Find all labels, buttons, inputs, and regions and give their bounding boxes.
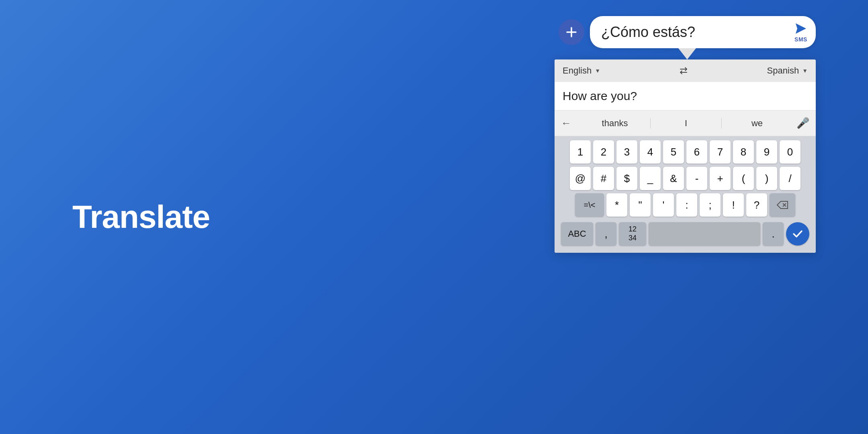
source-language-chevron: ▼ (595, 68, 600, 74)
suggestion-items: thanks I we (579, 118, 792, 129)
key-3[interactable]: 3 (616, 140, 637, 164)
language-bar: English ▼ ⇄ Spanish ▼ (555, 59, 816, 82)
send-icon (794, 22, 808, 35)
translator-panel: English ▼ ⇄ Spanish ▼ How are you? ← tha… (555, 59, 816, 253)
back-arrow-button[interactable]: ← (561, 117, 571, 129)
key-hash[interactable]: # (593, 167, 614, 190)
key-1[interactable]: 1 (570, 140, 591, 164)
sms-send-button[interactable]: SMS (794, 22, 808, 43)
keyboard: 1 2 3 4 5 6 7 8 9 0 @ # $ _ & - + ( (555, 136, 816, 253)
key-1234-label: 1234 (628, 225, 637, 242)
checkmark-icon (792, 228, 803, 240)
translation-input[interactable]: How are you? (555, 82, 816, 111)
key-exclamation[interactable]: ! (723, 193, 744, 217)
key-asterisk[interactable]: * (606, 193, 627, 217)
key-colon[interactable]: : (676, 193, 697, 217)
suggestions-bar: ← thanks I we 🎤 (555, 111, 816, 136)
target-language-selector[interactable]: Spanish ▼ (767, 66, 808, 76)
keyboard-bottom-bar: ABC , 1234 . (558, 220, 813, 250)
key-space[interactable] (649, 222, 760, 246)
key-backspace[interactable] (770, 193, 795, 217)
key-underscore[interactable]: _ (640, 167, 661, 190)
sms-bar: ¿Cómo estás? SMS (555, 16, 816, 48)
sms-input-bar: ¿Cómo estás? SMS (590, 16, 816, 48)
key-comma[interactable]: , (596, 222, 616, 246)
triangle-pointer (559, 48, 816, 59)
key-9[interactable]: 9 (756, 140, 777, 164)
target-language-name: Spanish (767, 66, 799, 76)
key-open-paren[interactable]: ( (733, 167, 754, 190)
microphone-icon[interactable]: 🎤 (796, 117, 809, 129)
key-doublequote[interactable]: " (630, 193, 651, 217)
source-language-selector[interactable]: English ▼ (563, 66, 600, 76)
key-0[interactable]: 0 (780, 140, 800, 164)
key-enter-button[interactable] (786, 222, 809, 246)
keyboard-row-symbols2: =\< * " ' : ; ! ? (558, 193, 813, 217)
backspace-icon (776, 201, 788, 209)
svg-marker-2 (796, 23, 806, 34)
key-5[interactable]: 5 (663, 140, 684, 164)
key-8[interactable]: 8 (733, 140, 754, 164)
key-plus[interactable]: + (710, 167, 731, 190)
callout-triangle (678, 48, 696, 59)
key-4[interactable]: 4 (640, 140, 661, 164)
suggestion-item-3[interactable]: we (722, 118, 792, 129)
ui-panel: ¿Cómo estás? SMS English ▼ ⇄ Spanish ▼ (555, 16, 816, 253)
key-1234[interactable]: 1234 (619, 222, 646, 246)
key-at[interactable]: @ (570, 167, 591, 190)
key-semicolon[interactable]: ; (700, 193, 721, 217)
key-minus[interactable]: - (686, 167, 707, 190)
app-title: Translate (72, 199, 210, 235)
suggestion-item-1[interactable]: thanks (579, 118, 651, 129)
target-language-chevron: ▼ (802, 68, 808, 74)
key-period[interactable]: . (763, 222, 784, 246)
sms-input-text: ¿Cómo estás? (601, 24, 695, 41)
keyboard-row-numbers: 1 2 3 4 5 6 7 8 9 0 (558, 140, 813, 164)
sms-label: SMS (794, 36, 807, 43)
key-slash[interactable]: / (780, 167, 800, 190)
add-button[interactable] (559, 19, 584, 45)
source-language-name: English (563, 66, 592, 76)
key-equals-backslash[interactable]: =\< (575, 193, 604, 217)
key-question[interactable]: ? (746, 193, 767, 217)
key-6[interactable]: 6 (686, 140, 707, 164)
suggestion-item-2[interactable]: I (651, 118, 722, 129)
swap-languages-button[interactable]: ⇄ (680, 65, 688, 76)
key-close-paren[interactable]: ) (756, 167, 777, 190)
key-ampersand[interactable]: & (663, 167, 684, 190)
key-abc[interactable]: ABC (561, 222, 593, 246)
key-2[interactable]: 2 (593, 140, 614, 164)
key-dollar[interactable]: $ (616, 167, 637, 190)
key-7[interactable]: 7 (710, 140, 731, 164)
keyboard-row-symbols1: @ # $ _ & - + ( ) / (558, 167, 813, 190)
plus-icon (565, 26, 577, 38)
key-singlequote[interactable]: ' (653, 193, 674, 217)
